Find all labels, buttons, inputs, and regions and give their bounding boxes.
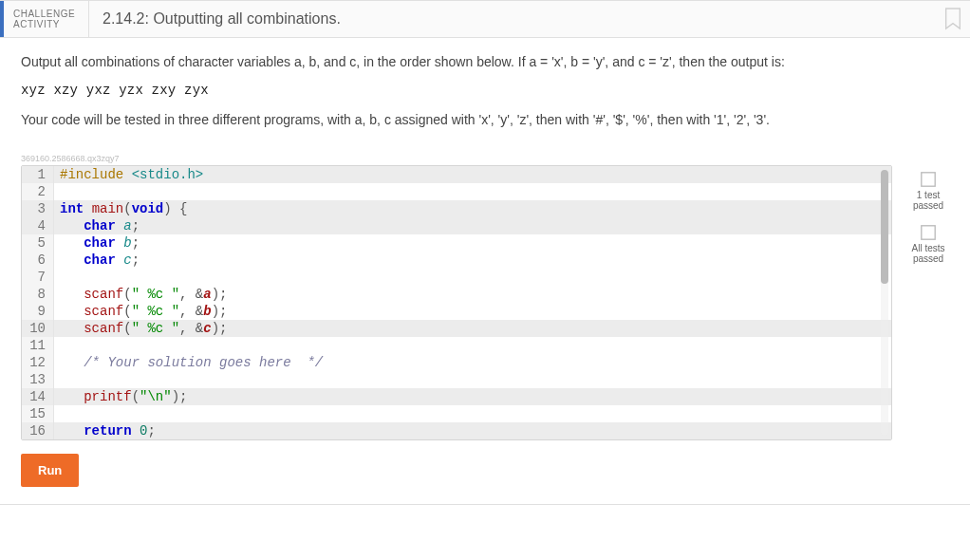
code-content[interactable]: scanf(" %c ", &c); (54, 320, 891, 337)
code-line[interactable]: 5 char b; (22, 234, 891, 252)
test-status-item: All testspassed (904, 224, 953, 264)
code-content[interactable]: scanf(" %c ", &b); (54, 303, 891, 320)
code-line[interactable]: 4 char a; (22, 217, 891, 234)
challenge-header: CHALLENGE ACTIVITY 2.14.2: Outputting al… (0, 1, 970, 38)
code-content[interactable]: char a; (54, 217, 891, 234)
kind-line-1: CHALLENGE (13, 9, 75, 19)
code-editor[interactable]: 1#include <stdio.h>23int main(void) {4 c… (21, 165, 892, 440)
code-line[interactable]: 6 char c; (22, 252, 891, 269)
code-content[interactable] (54, 183, 891, 200)
code-line[interactable]: 13 (22, 371, 891, 388)
checkbox-icon (920, 171, 937, 188)
line-number: 8 (22, 286, 54, 303)
svg-rect-0 (922, 173, 935, 186)
line-number: 15 (22, 405, 54, 422)
code-line[interactable]: 8 scanf(" %c ", &a); (22, 286, 891, 303)
line-number: 7 (22, 269, 54, 286)
svg-rect-1 (922, 226, 935, 239)
code-content[interactable]: int main(void) { (54, 200, 891, 217)
code-line[interactable]: 3int main(void) { (22, 200, 891, 217)
sample-output: xyz xzy yxz yzx zxy zyx (21, 83, 953, 98)
kind-line-2: ACTIVITY (13, 19, 60, 29)
scrollbar-thumb[interactable] (881, 170, 888, 284)
code-content[interactable]: scanf(" %c ", &a); (54, 286, 891, 303)
line-number: 9 (22, 303, 54, 320)
status-label-2: passed (904, 200, 953, 211)
line-number: 6 (22, 252, 54, 269)
prompt-paragraph-1: Output all combinations of character var… (21, 53, 953, 71)
line-number: 2 (22, 183, 54, 200)
code-line[interactable]: 10 scanf(" %c ", &c); (22, 320, 891, 337)
status-label-1: 1 test (904, 190, 953, 200)
status-label-2: passed (904, 253, 953, 264)
code-line[interactable]: 7 (22, 269, 891, 286)
sentinel-id: 369160.2586668.qx3zqy7 (21, 154, 953, 163)
code-content[interactable]: char b; (54, 234, 891, 252)
activity-title: 2.14.2: Outputting all combinations. (89, 1, 936, 37)
activity-body: Output all combinations of character var… (0, 38, 970, 504)
line-number: 3 (22, 200, 54, 217)
bookmark-button[interactable] (936, 1, 970, 37)
code-line[interactable]: 16 return 0; (22, 422, 891, 439)
line-number: 5 (22, 234, 54, 252)
code-content[interactable]: /* Your solution goes here */ (54, 354, 891, 371)
checkbox-icon (920, 224, 937, 241)
test-status-item: 1 testpassed (904, 171, 953, 211)
code-content[interactable] (54, 371, 891, 388)
line-number: 16 (22, 422, 54, 439)
prompt-paragraph-2: Your code will be tested in three differ… (21, 111, 953, 129)
code-area: 1#include <stdio.h>23int main(void) {4 c… (21, 165, 953, 440)
activity-kind: CHALLENGE ACTIVITY (4, 1, 89, 37)
line-number: 1 (22, 166, 54, 183)
code-content[interactable]: char c; (54, 252, 891, 269)
line-number: 13 (22, 371, 54, 388)
code-line[interactable]: 15 (22, 405, 891, 422)
code-content[interactable] (54, 269, 891, 286)
code-line[interactable]: 9 scanf(" %c ", &b); (22, 303, 891, 320)
line-number: 10 (22, 320, 54, 337)
line-number: 14 (22, 388, 54, 405)
status-label-1: All tests (904, 243, 953, 253)
bookmark-icon (942, 7, 963, 31)
code-content[interactable]: printf("\n"); (54, 388, 891, 405)
code-line[interactable]: 1#include <stdio.h> (22, 166, 891, 183)
run-button[interactable]: Run (21, 454, 79, 487)
code-line[interactable]: 12 /* Your solution goes here */ (22, 354, 891, 371)
line-number: 4 (22, 217, 54, 234)
code-content[interactable] (54, 337, 891, 354)
status-column: 1 testpassedAll testspassed (904, 165, 953, 277)
code-content[interactable] (54, 405, 891, 422)
code-line[interactable]: 11 (22, 337, 891, 354)
challenge-panel: CHALLENGE ACTIVITY 2.14.2: Outputting al… (0, 0, 970, 505)
code-line[interactable]: 2 (22, 183, 891, 200)
code-line[interactable]: 14 printf("\n"); (22, 388, 891, 405)
code-content[interactable]: #include <stdio.h> (54, 166, 891, 183)
line-number: 12 (22, 354, 54, 371)
code-content[interactable]: return 0; (54, 422, 891, 439)
line-number: 11 (22, 337, 54, 354)
